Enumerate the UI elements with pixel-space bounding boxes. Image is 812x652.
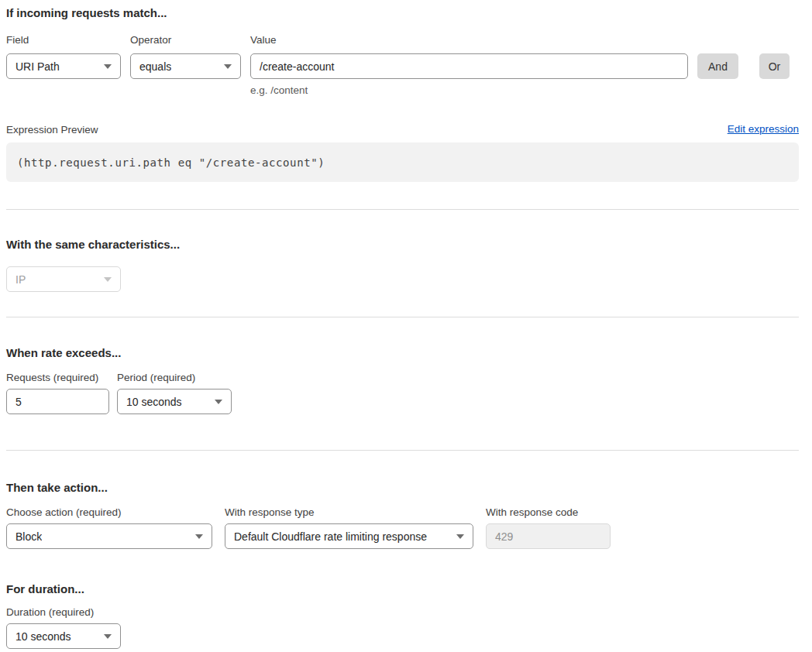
- rate-limiting-rule-form: If incoming requests match... Field URI …: [6, 0, 799, 649]
- characteristic-select-value: IP: [15, 273, 26, 286]
- duration-select-value: 10 seconds: [15, 630, 71, 643]
- operator-select-value: equals: [139, 60, 171, 73]
- action-label: Choose action (required): [6, 506, 212, 518]
- response-code-label: With response code: [486, 506, 611, 518]
- field-group: Field URI Path: [6, 34, 121, 79]
- field-label: Field: [6, 34, 121, 46]
- response-code-group: With response code: [486, 506, 611, 549]
- period-group: Period (required) 10 seconds: [117, 372, 232, 414]
- expression-code: (http.request.uri.path eq "/create-accou…: [17, 156, 325, 169]
- chevron-down-icon: [104, 277, 112, 282]
- period-select[interactable]: 10 seconds: [117, 389, 232, 414]
- response-type-select-value: Default Cloudflare rate limiting respons…: [234, 530, 427, 543]
- chevron-down-icon: [104, 634, 112, 639]
- match-section-title: If incoming requests match...: [6, 6, 799, 20]
- value-group: Value e.g. /content: [250, 34, 688, 96]
- operator-group: Operator equals: [130, 34, 241, 79]
- period-select-value: 10 seconds: [126, 396, 182, 408]
- value-label: Value: [250, 34, 688, 46]
- requests-input[interactable]: [6, 389, 109, 414]
- expression-preview-label: Expression Preview: [6, 124, 98, 136]
- duration-section-title: For duration...: [6, 582, 799, 596]
- duration-fields-row: Duration (required) 10 seconds: [6, 606, 799, 649]
- operator-select[interactable]: equals: [130, 53, 241, 79]
- action-select-value: Block: [15, 530, 42, 543]
- action-group: Choose action (required) Block: [6, 506, 212, 549]
- action-section-title: Then take action...: [6, 481, 799, 495]
- spacer: [759, 34, 790, 53]
- rate-section-title: When rate exceeds...: [6, 346, 799, 360]
- section-divider: [6, 209, 799, 210]
- response-code-input: [486, 523, 611, 549]
- section-divider: [6, 450, 799, 451]
- chevron-down-icon: [104, 64, 112, 69]
- requests-label: Requests (required): [6, 372, 109, 383]
- characteristics-section-title: With the same characteristics...: [6, 238, 799, 252]
- period-label: Period (required): [117, 372, 232, 383]
- spacer: [697, 34, 750, 53]
- value-hint: e.g. /content: [250, 84, 688, 96]
- or-button[interactable]: Or: [759, 53, 790, 79]
- and-button[interactable]: And: [697, 53, 738, 79]
- response-type-select[interactable]: Default Cloudflare rate limiting respons…: [225, 523, 473, 549]
- or-group: Or: [759, 34, 790, 79]
- expression-preview-box: (http.request.uri.path eq "/create-accou…: [6, 142, 799, 182]
- and-group: And: [697, 34, 750, 79]
- rate-fields-row: Requests (required) Period (required) 10…: [6, 372, 799, 414]
- field-select-value: URI Path: [15, 60, 60, 73]
- field-select[interactable]: URI Path: [6, 53, 121, 79]
- value-input[interactable]: [250, 53, 688, 79]
- action-select[interactable]: Block: [6, 523, 212, 549]
- duration-label: Duration (required): [6, 606, 121, 618]
- chevron-down-icon: [456, 534, 464, 539]
- action-fields-row: Choose action (required) Block With resp…: [6, 506, 799, 549]
- chevron-down-icon: [215, 400, 222, 404]
- requests-group: Requests (required): [6, 372, 109, 414]
- duration-select[interactable]: 10 seconds: [6, 623, 121, 649]
- response-type-label: With response type: [225, 506, 473, 518]
- chevron-down-icon: [224, 64, 232, 69]
- characteristic-select[interactable]: IP: [6, 266, 121, 292]
- match-fields-row: Field URI Path Operator equals Value e.g…: [6, 34, 799, 96]
- response-type-group: With response type Default Cloudflare ra…: [225, 506, 473, 549]
- duration-group: Duration (required) 10 seconds: [6, 606, 121, 649]
- expression-preview-row: Expression Preview Edit expression: [6, 123, 799, 136]
- section-divider: [6, 317, 799, 317]
- edit-expression-link[interactable]: Edit expression: [728, 123, 799, 136]
- operator-label: Operator: [130, 34, 241, 46]
- chevron-down-icon: [195, 534, 203, 539]
